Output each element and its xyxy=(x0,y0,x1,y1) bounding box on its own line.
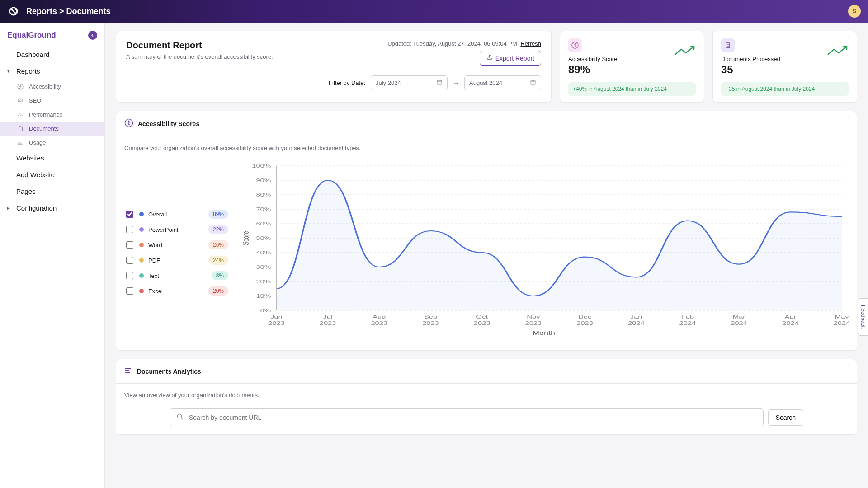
sidebar-item-usage[interactable]: Usage xyxy=(0,136,104,150)
documents-analytics-card: Documents Analytics View an overview of … xyxy=(116,359,857,435)
svg-text:Sep: Sep xyxy=(424,314,438,320)
share-icon xyxy=(486,54,493,62)
topbar: Reports > Documents S xyxy=(0,0,868,23)
updated-row: Updated: Tuesday, August 27, 2024, 06:09… xyxy=(387,40,541,47)
legend-row-text[interactable]: Text8% xyxy=(124,268,228,283)
sidebar-item-accessibility[interactable]: Accessibility xyxy=(0,80,104,94)
sidebar-item-websites[interactable]: Websites xyxy=(0,150,104,166)
svg-text:80%: 80% xyxy=(256,192,271,198)
svg-text:60%: 60% xyxy=(256,221,271,227)
stat-card-accessibility-score: Accessibility Score 89% +40% in August 2… xyxy=(560,31,704,103)
sidebar-item-pages[interactable]: Pages xyxy=(0,183,104,200)
accessibility-scores-card: Accessibility Scores Compare your organi… xyxy=(116,111,857,351)
svg-text:20%: 20% xyxy=(256,279,271,285)
legend-checkbox[interactable] xyxy=(126,226,133,233)
svg-text:Month: Month xyxy=(533,330,555,336)
section-title: Documents Analytics xyxy=(137,368,201,375)
svg-text:2023: 2023 xyxy=(525,320,542,326)
legend-label: PowerPoint xyxy=(148,226,178,233)
svg-line-73 xyxy=(181,418,183,419)
legend-dot xyxy=(139,289,144,293)
svg-text:Jun: Jun xyxy=(270,314,283,320)
feedback-tab[interactable]: Feedback xyxy=(858,298,868,336)
document-icon xyxy=(17,126,25,132)
page-title: Document Report xyxy=(126,40,273,51)
sidebar-item-configuration[interactable]: ▸ Configuration xyxy=(0,200,104,216)
arrow-right-icon: → xyxy=(453,80,459,86)
legend-row-overall[interactable]: Overall89% xyxy=(124,206,228,222)
legend-checkbox[interactable] xyxy=(126,287,133,295)
svg-text:2023: 2023 xyxy=(474,320,491,326)
svg-text:90%: 90% xyxy=(256,178,271,183)
content: Document Report A summary of the documen… xyxy=(105,23,868,488)
sidebar-item-label: Usage xyxy=(29,139,46,146)
legend-row-word[interactable]: Word26% xyxy=(124,237,228,253)
date-to-value: August 2024 xyxy=(469,80,502,86)
sidebar-item-dashboard[interactable]: Dashboard xyxy=(0,46,104,63)
svg-text:2024: 2024 xyxy=(834,320,849,326)
legend-row-excel[interactable]: Excel20% xyxy=(124,283,228,299)
svg-point-2 xyxy=(20,84,21,85)
svg-text:Score: Score xyxy=(241,231,250,245)
legend-badge: 89% xyxy=(208,210,228,219)
sidebar-item-label: Reports xyxy=(16,67,40,75)
search-box[interactable] xyxy=(170,408,764,426)
date-from-value: July 2024 xyxy=(376,80,401,86)
accessibility-icon xyxy=(124,118,133,129)
date-to-input[interactable]: August 2024 xyxy=(464,75,541,90)
legend-dot xyxy=(139,212,144,216)
svg-text:2023: 2023 xyxy=(268,320,285,326)
legend-badge: 20% xyxy=(208,286,228,296)
section-desc: View an overview of your organization's … xyxy=(124,392,849,399)
svg-text:Dec: Dec xyxy=(578,314,591,320)
svg-text:2024: 2024 xyxy=(679,320,696,326)
legend-checkbox[interactable] xyxy=(126,241,133,249)
svg-text:0%: 0% xyxy=(260,308,271,314)
svg-text:2024: 2024 xyxy=(782,320,799,326)
stat-value: 35 xyxy=(721,63,849,76)
collapse-sidebar-button[interactable] xyxy=(88,31,97,40)
svg-text:Apr: Apr xyxy=(785,314,797,320)
report-header-card: Document Report A summary of the documen… xyxy=(116,31,552,103)
sidebar-item-performance[interactable]: Performance xyxy=(0,108,104,122)
svg-text:40%: 40% xyxy=(256,250,271,256)
svg-text:10%: 10% xyxy=(256,293,271,299)
export-label: Export Report xyxy=(495,55,534,62)
sidebar-item-reports[interactable]: ▾ Reports xyxy=(0,63,104,80)
export-report-button[interactable]: Export Report xyxy=(480,51,541,66)
svg-text:50%: 50% xyxy=(256,235,271,241)
trend-up-icon xyxy=(827,45,849,59)
svg-text:Mar: Mar xyxy=(732,314,745,320)
filter-label: Filter by Date: xyxy=(329,80,365,86)
svg-text:Oct: Oct xyxy=(476,314,488,320)
legend-checkbox[interactable] xyxy=(126,272,133,279)
legend-row-pdf[interactable]: PDF24% xyxy=(124,253,228,268)
search-input[interactable] xyxy=(188,413,757,422)
svg-text:Feb: Feb xyxy=(681,314,694,320)
app-logo xyxy=(7,5,20,18)
bar-chart-icon xyxy=(124,366,132,376)
section-desc: Compare your organization's overall acce… xyxy=(124,145,849,151)
trend-up-icon xyxy=(674,45,696,59)
refresh-link[interactable]: Refresh xyxy=(520,40,541,47)
sidebar-item-documents[interactable]: Documents xyxy=(0,122,104,136)
legend-checkbox[interactable] xyxy=(126,211,133,218)
search-button[interactable]: Search xyxy=(768,409,803,426)
sidebar-item-seo[interactable]: SEO xyxy=(0,94,104,108)
date-from-input[interactable]: July 2024 xyxy=(371,75,448,90)
svg-text:2024: 2024 xyxy=(628,320,645,326)
svg-text:Jan: Jan xyxy=(630,314,642,320)
search-icon xyxy=(176,413,184,422)
legend-label: Overall xyxy=(148,211,167,218)
chevron-right-icon: ▸ xyxy=(7,205,14,211)
breadcrumb: Reports > Documents xyxy=(26,7,111,16)
sidebar-item-label: Add Website xyxy=(16,171,55,178)
sidebar-item-add-website[interactable]: Add Website xyxy=(0,166,104,183)
legend-row-powerpoint[interactable]: PowerPoint22% xyxy=(124,222,228,237)
legend-checkbox[interactable] xyxy=(126,257,133,264)
avatar[interactable]: S xyxy=(848,5,861,18)
chart-icon xyxy=(17,140,25,146)
sidebar-item-label: Documents xyxy=(29,125,59,132)
svg-text:2023: 2023 xyxy=(371,320,387,326)
stat-change: +40% in August 2024 than in July 2024 xyxy=(568,82,696,96)
